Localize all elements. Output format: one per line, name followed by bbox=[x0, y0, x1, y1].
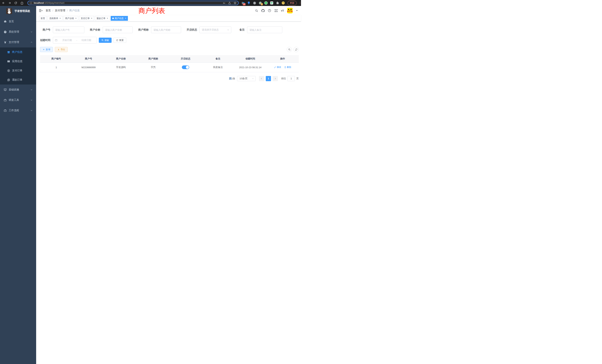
password-key-icon[interactable] bbox=[223, 2, 226, 4]
search-button[interactable]: 搜索 bbox=[99, 38, 112, 43]
short-name-label: 商户简称 bbox=[138, 28, 149, 32]
avatar-caret-icon[interactable] bbox=[296, 10, 298, 12]
tab-home[interactable]: 首页 bbox=[39, 16, 47, 21]
tab-pay-orders[interactable]: 支付订单 × bbox=[79, 16, 94, 21]
short-name-input[interactable] bbox=[151, 26, 181, 33]
create-time-range-picker[interactable]: 开始日期 - 结束日期 bbox=[53, 37, 97, 43]
sidebar-collapse-icon[interactable] bbox=[39, 9, 43, 12]
edit-link[interactable]: 修改 bbox=[274, 66, 281, 69]
close-icon[interactable]: × bbox=[60, 17, 61, 20]
merchant-table: 商户编号 商户号 商户全称 商户简称 开启状态 备注 创建时间 操作 1 M23… bbox=[40, 55, 299, 72]
tab-user-group[interactable]: 用户分组 × bbox=[63, 16, 78, 21]
browser-back-icon[interactable] bbox=[2, 1, 5, 5]
close-icon[interactable]: × bbox=[91, 17, 92, 20]
sidebar-item-label: 退款订单 bbox=[12, 78, 22, 82]
site-info-icon[interactable] bbox=[30, 2, 32, 4]
page-content: 商户号 商户全称 商户简称 开启状态 请选择开启状态 备注 创建时间 bbox=[36, 21, 301, 81]
tags-view-bar: 首页 流程表单 × 用户分组 × 支付订单 × 退款订单 × 商户信息 × bbox=[36, 15, 301, 21]
sidebar-item-label: 工作流程 bbox=[9, 109, 19, 112]
browser-home-icon[interactable] bbox=[20, 1, 23, 5]
col-merchant-no: 商户号 bbox=[73, 55, 105, 63]
sidebar-item-refund-orders[interactable]: 退款订单 bbox=[0, 75, 36, 85]
tab-process-form[interactable]: 流程表单 × bbox=[48, 16, 63, 21]
chevron-down-icon bbox=[30, 99, 33, 101]
export-button[interactable]: 导出 bbox=[55, 47, 68, 52]
sidebar-item-system[interactable]: 系统管理 bbox=[0, 27, 36, 37]
share-icon[interactable] bbox=[228, 2, 231, 4]
add-button[interactable]: 新增 bbox=[40, 47, 53, 52]
next-page-button[interactable] bbox=[273, 76, 278, 81]
sidebar-item-merchant-info[interactable]: 商户信息 bbox=[0, 47, 36, 57]
sidebar-item-infrastructure[interactable]: 基础设施 bbox=[0, 85, 36, 95]
delete-link[interactable]: 删除 bbox=[284, 66, 291, 69]
tab-merchant-info[interactable]: 商户信息 × bbox=[111, 16, 128, 21]
status-toggle[interactable] bbox=[182, 65, 189, 69]
sidebar-item-home[interactable]: 首页 bbox=[0, 16, 36, 27]
reset-button[interactable]: 重置 bbox=[113, 38, 126, 43]
close-icon[interactable]: × bbox=[107, 17, 108, 20]
github-icon[interactable] bbox=[261, 9, 265, 12]
browser-reload-icon[interactable] bbox=[14, 1, 17, 5]
page-size-select[interactable]: 10条/页 bbox=[237, 76, 256, 81]
browser-menu-icon[interactable]: ⋮ bbox=[299, 1, 301, 5]
top-navbar: 首页 / 支付管理 / 商户信息 商户列表 тT bbox=[36, 6, 301, 15]
sidebar-item-label: 系统管理 bbox=[9, 30, 19, 33]
close-icon[interactable]: × bbox=[75, 17, 76, 20]
extension-pin-icon[interactable] bbox=[247, 1, 250, 5]
cell-status bbox=[169, 63, 202, 72]
goto-page-input[interactable] bbox=[288, 76, 295, 81]
extension-command-icon[interactable]: ⌘ bbox=[253, 1, 256, 5]
app-logo-row[interactable]: 芋道管理系统 bbox=[0, 6, 36, 16]
avatar[interactable] bbox=[287, 8, 293, 13]
cell-create-time: 2021-10-23 08:31:14 bbox=[234, 63, 267, 72]
browser-forward-icon[interactable] bbox=[8, 1, 11, 5]
remark-input[interactable] bbox=[247, 26, 282, 33]
status-select[interactable]: 请选择开启状态 bbox=[199, 26, 231, 33]
svg-text:Y: Y bbox=[265, 2, 267, 4]
breadcrumb-home[interactable]: 首页 bbox=[46, 9, 51, 12]
table-header-row: 商户编号 商户号 商户全称 商户简称 开启状态 备注 创建时间 操作 bbox=[40, 55, 299, 63]
payment-submenu: 商户信息 应用信息 支付订单 退款订单 bbox=[0, 47, 36, 85]
sidebar-item-workflow[interactable]: 工作流程 bbox=[0, 105, 36, 116]
table-row: 1 M233666999 芋道源码 芋艿 我是备注 2021-10-23 08:… bbox=[40, 63, 299, 72]
sidebar-item-app-info[interactable]: 应用信息 bbox=[0, 57, 36, 66]
sidebar-item-label: 应用信息 bbox=[12, 60, 22, 63]
app-logo bbox=[6, 8, 12, 14]
extension-recorder-icon[interactable]: 1 bbox=[258, 1, 262, 5]
sidebar-item-dev-tools[interactable]: 研发工具 bbox=[0, 95, 36, 105]
font-size-icon[interactable]: тT bbox=[281, 9, 284, 12]
status-label: 开启状态 bbox=[187, 28, 197, 32]
chevron-down-icon bbox=[30, 31, 33, 33]
col-remark: 备注 bbox=[202, 55, 234, 63]
current-page-button[interactable]: 1 bbox=[266, 76, 271, 81]
fullscreen-icon[interactable] bbox=[274, 9, 278, 12]
profile-emoji-icon[interactable] bbox=[281, 1, 285, 5]
breadcrumb: 首页 / 支付管理 / 商户信息 bbox=[46, 9, 80, 12]
extension-y-icon[interactable]: Y bbox=[264, 1, 268, 5]
sidebar-item-pay-orders[interactable]: 支付订单 bbox=[0, 66, 36, 75]
prev-page-button[interactable] bbox=[259, 76, 264, 81]
svg-text:⌘: ⌘ bbox=[254, 2, 255, 4]
cell-short-name: 芋艿 bbox=[137, 63, 170, 72]
app-title: 芋道管理系统 bbox=[14, 10, 30, 13]
sidebar-item-payment[interactable]: 支付管理 bbox=[0, 37, 36, 47]
extension-grid-icon[interactable]: 10 bbox=[241, 1, 245, 5]
full-name-input[interactable] bbox=[103, 26, 133, 33]
extension-chat-icon[interactable] bbox=[270, 1, 273, 5]
header-search-icon[interactable] bbox=[255, 9, 258, 12]
merchant-no-input[interactable] bbox=[53, 26, 84, 33]
breadcrumb-payment[interactable]: 支付管理 bbox=[55, 9, 65, 12]
address-bar[interactable]: localhost:1024/pay/merchant bbox=[27, 1, 239, 5]
show-search-toggle-button[interactable] bbox=[287, 47, 292, 52]
browser-update-button[interactable]: 更新 bbox=[288, 1, 297, 5]
tab-refund-orders[interactable]: 退款订单 × bbox=[95, 16, 110, 21]
extensions-puzzle-icon[interactable] bbox=[276, 1, 279, 5]
create-time-label: 创建时间 bbox=[40, 39, 50, 42]
refresh-table-button[interactable] bbox=[294, 47, 299, 52]
close-icon[interactable]: × bbox=[125, 17, 126, 20]
sidebar-item-label: 商户信息 bbox=[12, 50, 22, 54]
help-icon[interactable] bbox=[268, 9, 271, 12]
bookmark-star-icon[interactable] bbox=[234, 1, 236, 4]
chevron-down-icon bbox=[227, 29, 229, 31]
col-status: 开启状态 bbox=[169, 55, 202, 63]
